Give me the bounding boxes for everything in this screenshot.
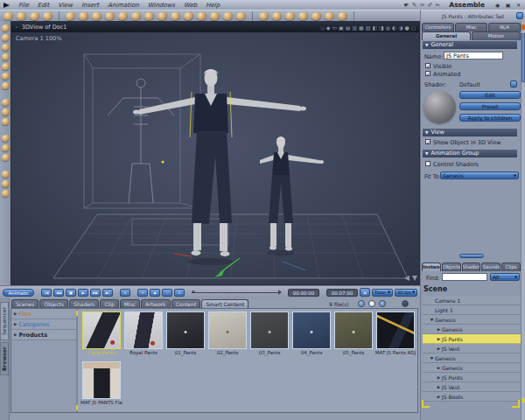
eye-visibility-icon[interactable]: ◉: [494, 1, 501, 10]
close-icon[interactable]: ✕: [514, 1, 522, 10]
content-thumbnail-01-pants[interactable]: 01_Pants: [164, 311, 206, 360]
menu-web[interactable]: Web: [179, 2, 201, 9]
tab-shaders[interactable]: Shaders: [462, 262, 481, 271]
figure-icon[interactable]: [223, 12, 233, 20]
camera-dolly-icon[interactable]: [2, 135, 10, 142]
pan-icon[interactable]: ◇: [320, 23, 325, 32]
expander-icon[interactable]: ▶: [436, 385, 442, 389]
eyedropper-tool-icon[interactable]: [2, 63, 10, 70]
visible-checkbox[interactable]: ✓: [425, 63, 430, 68]
scale-tool-icon[interactable]: [2, 53, 10, 60]
stop-button[interactable]: ■: [66, 289, 76, 297]
cloud-icon[interactable]: [171, 12, 180, 20]
view-mode-list-button[interactable]: [358, 300, 365, 307]
fire-icon[interactable]: [184, 12, 193, 20]
name-input[interactable]: [444, 52, 503, 60]
tab-motion[interactable]: Motion: [472, 32, 521, 40]
animated-checkbox[interactable]: ✓: [425, 71, 430, 76]
viewport-title-bar[interactable]: ◦ 3DView of Doc1 ◇ ◆ ▭ ▣ ▤ ▥ ▦ ▧ ◧ ◨ ◍ ◐…: [11, 22, 419, 32]
rotate-tool-icon[interactable]: [2, 44, 10, 51]
menu-edit[interactable]: Edit: [33, 2, 54, 9]
tab-clips[interactable]: Clips: [501, 262, 521, 271]
particle-icon[interactable]: [131, 12, 141, 20]
play-button[interactable]: ▶: [78, 289, 88, 297]
tab-scenes[interactable]: Scenes: [11, 299, 38, 308]
menu-view[interactable]: View: [53, 2, 77, 9]
panel-splitter-handle[interactable]: [459, 254, 484, 258]
fast-forward-button[interactable]: ▶▶: [90, 289, 101, 297]
tab-misc[interactable]: Misc: [455, 23, 487, 32]
magnet-icon[interactable]: [43, 12, 52, 20]
plant-icon[interactable]: [158, 12, 167, 20]
shader-browser-icon[interactable]: [510, 80, 517, 88]
expander-icon[interactable]: ▶: [14, 322, 17, 326]
current-time-field[interactable]: 00:00:00: [288, 289, 319, 297]
scene-item-genesis-2[interactable]: ▼Genesis: [423, 354, 521, 363]
terrain-icon[interactable]: [144, 12, 154, 20]
expander-icon[interactable]: ▶: [436, 327, 442, 332]
resize-grip[interactable]: [512, 400, 520, 408]
panel-menu-icon[interactable]: [516, 12, 523, 19]
tab-nla[interactable]: NLA: [488, 23, 521, 32]
content-thumbnail-mat-js-pants-flat[interactable]: MAT JS PANTS Flat: [80, 360, 122, 410]
vertex-object-icon[interactable]: [79, 12, 88, 20]
key-button[interactable]: ◆: [150, 289, 160, 297]
menu-windows[interactable]: Windows: [144, 2, 179, 9]
view-mode-thumb-button[interactable]: [368, 300, 375, 307]
text-object-icon[interactable]: [118, 12, 128, 20]
camera-bank-icon[interactable]: [2, 154, 10, 161]
glue-icon[interactable]: [30, 12, 39, 20]
expander-icon[interactable]: ▼: [429, 356, 435, 360]
tab-content[interactable]: Content: [172, 299, 201, 308]
clear-time-button[interactable]: ✕: [360, 288, 370, 297]
expander-icon[interactable]: ▶: [14, 332, 17, 337]
menu-help[interactable]: Help: [201, 2, 224, 9]
manipulator-xyz-icon[interactable]: [2, 99, 10, 106]
light-icon[interactable]: [197, 12, 206, 20]
fit-to-dropdown[interactable]: Genesis ▼: [440, 172, 519, 179]
preview-shade-icon[interactable]: ○: [411, 23, 416, 32]
axis-widget[interactable]: [174, 254, 305, 277]
textured-shade-icon[interactable]: ●: [405, 23, 410, 32]
scene-item-genesis-child[interactable]: ▶Genesis: [423, 325, 521, 334]
content-thumbnail-royal-pants[interactable]: Royal Pants: [122, 311, 164, 360]
maximize-icon[interactable]: ▣: [504, 1, 512, 10]
scene-item-genesis[interactable]: ▼Genesis: [423, 315, 521, 325]
scene-item-js-pants-2[interactable]: ▶JS Pants: [423, 373, 521, 382]
camera-icon[interactable]: [210, 12, 220, 20]
gear-icon[interactable]: [285, 12, 295, 20]
coin-icon[interactable]: [312, 12, 321, 20]
delete-key-button[interactable]: ✕: [174, 289, 185, 297]
camera-pan-icon[interactable]: [2, 144, 10, 151]
layout-single-icon[interactable]: ▣: [339, 23, 344, 32]
magnify-tool-icon[interactable]: [2, 82, 10, 89]
show-object-checkbox[interactable]: ✓: [425, 139, 430, 144]
view-mode-detail-button[interactable]: [379, 300, 386, 307]
scene-item-js-vest-2[interactable]: ▶JS Vest: [423, 382, 521, 392]
tree-item-products[interactable]: ▶Products: [11, 330, 76, 340]
sphere-primitive-icon[interactable]: [66, 12, 75, 20]
camera-selector[interactable]: Camera 1 100%: [16, 35, 61, 42]
preset-button[interactable]: Preset: [459, 102, 521, 110]
time-mode-dropdown[interactable]: Time ▼: [372, 289, 393, 297]
layout-2h-icon[interactable]: ▥: [352, 23, 357, 32]
menu-animation[interactable]: Animation: [103, 2, 144, 9]
tab-controllers[interactable]: Controllers: [422, 23, 454, 32]
spline-object-icon[interactable]: [92, 12, 102, 20]
expander-icon[interactable]: ▶: [436, 395, 442, 399]
prev-frame-button[interactable]: ◀◀: [53, 289, 64, 297]
orbit-icon[interactable]: ◆: [326, 23, 331, 32]
layout-4-icon[interactable]: ▦: [359, 23, 364, 32]
control-shaders-checkbox[interactable]: [425, 161, 430, 166]
tab-sounds[interactable]: Sounds: [481, 262, 500, 271]
gouraud-shade-icon[interactable]: ◑: [398, 23, 402, 32]
render-preview-icon[interactable]: [2, 171, 10, 178]
wrench-icon[interactable]: [4, 12, 13, 20]
flat-shade-icon[interactable]: ◐: [392, 23, 396, 32]
timeline-scrubber[interactable]: ◆: [192, 292, 281, 293]
tab-artwork[interactable]: Artwork: [141, 299, 170, 308]
scissors-tool-icon[interactable]: ✂: [435, 1, 440, 10]
manipulator-scale-icon[interactable]: [2, 118, 10, 125]
wire-shade-icon[interactable]: ◍: [386, 23, 390, 32]
expander-icon[interactable]: ▶: [14, 312, 17, 316]
